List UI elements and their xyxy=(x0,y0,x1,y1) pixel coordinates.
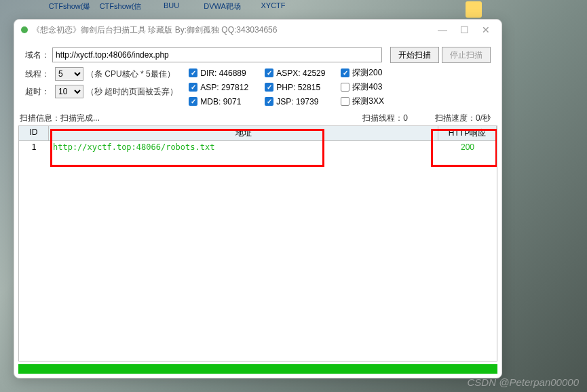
desktop-shortcut[interactable]: DVWA靶场 xyxy=(200,1,244,12)
checkbox-dir[interactable] xyxy=(189,68,197,77)
checkbox-3xx[interactable] xyxy=(341,97,349,106)
checkbox-jsp[interactable] xyxy=(265,97,273,106)
app-icon xyxy=(466,1,482,18)
checkbox-403[interactable] xyxy=(341,83,349,92)
checkbox-asp[interactable] xyxy=(189,83,197,92)
desktop-shortcut[interactable]: CTFshow(爆 xyxy=(48,1,92,12)
scan-threads: 扫描线程：0 xyxy=(362,113,408,124)
col-id[interactable]: ID xyxy=(19,126,49,140)
table-body: 1 http://xyctf.top:48066/robots.txt 200 xyxy=(19,141,497,361)
result-url: http://xyctf.top:48066/robots.txt xyxy=(49,141,438,153)
timeout-label: 超时： xyxy=(25,86,50,98)
url-label: 域名： xyxy=(25,50,50,61)
results-table: ID 地址 HTTP响应 1 http://xyctf.top:48066/ro… xyxy=(18,125,497,361)
window-title: 《想念初恋》御剑后台扫描工具 珍藏版 By:御剑孤独 QQ:343034656 xyxy=(32,24,438,36)
col-url[interactable]: 地址 xyxy=(49,126,438,140)
checkbox-mdb[interactable] xyxy=(189,97,197,106)
window-controls: — ☐ ✕ xyxy=(438,25,491,35)
timeout-select[interactable]: 10 xyxy=(55,85,83,98)
config-panel: 域名： 开始扫描 停止扫描 线程： 5 （条 CPU核心 * 5最佳） 超时： … xyxy=(14,40,501,111)
threads-hint: （条 CPU核心 * 5最佳） xyxy=(86,68,175,80)
timeout-hint: （秒 超时的页面被丢弃） xyxy=(86,86,178,98)
col-http[interactable]: HTTP响应 xyxy=(438,126,497,140)
close-button[interactable]: ✕ xyxy=(481,25,491,35)
app-icon xyxy=(21,26,28,33)
desktop-shortcut[interactable]: CTFshow(信 xyxy=(98,1,143,12)
threads-label: 线程： xyxy=(25,68,50,80)
desktop-shortcut[interactable]: XYCTF xyxy=(251,1,295,12)
checkbox-aspx[interactable] xyxy=(265,68,273,77)
titlebar[interactable]: 《想念初恋》御剑后台扫描工具 珍藏版 By:御剑孤独 QQ:343034656 … xyxy=(14,20,501,40)
url-input[interactable] xyxy=(52,47,382,62)
stop-scan-button[interactable]: 停止扫描 xyxy=(442,47,491,63)
table-header: ID 地址 HTTP响应 xyxy=(19,126,497,141)
start-scan-button[interactable]: 开始扫描 xyxy=(390,47,439,63)
desktop-icons: CTFshow(爆 CTFshow(信 BUU DVWA靶场 XYCTF xyxy=(0,0,587,13)
maximize-button[interactable]: ☐ xyxy=(459,25,469,35)
scan-speed: 扫描速度：0/秒 xyxy=(435,113,491,124)
progress-bar xyxy=(18,364,497,374)
threads-select[interactable]: 5 xyxy=(55,67,83,81)
status-bar: 扫描信息：扫描完成... 扫描线程：0 扫描速度：0/秒 xyxy=(14,111,501,125)
table-row[interactable]: 1 http://xyctf.top:48066/robots.txt 200 xyxy=(19,141,497,153)
result-status: 200 xyxy=(438,141,497,153)
checkbox-php[interactable] xyxy=(265,83,273,92)
scan-info: 扫描信息：扫描完成... xyxy=(20,113,362,124)
minimize-button[interactable]: — xyxy=(438,25,447,35)
scanner-window: 《想念初恋》御剑后台扫描工具 珍藏版 By:御剑孤独 QQ:343034656 … xyxy=(14,19,502,378)
checkbox-200[interactable] xyxy=(341,68,349,77)
desktop-shortcut[interactable]: BUU xyxy=(149,1,193,12)
